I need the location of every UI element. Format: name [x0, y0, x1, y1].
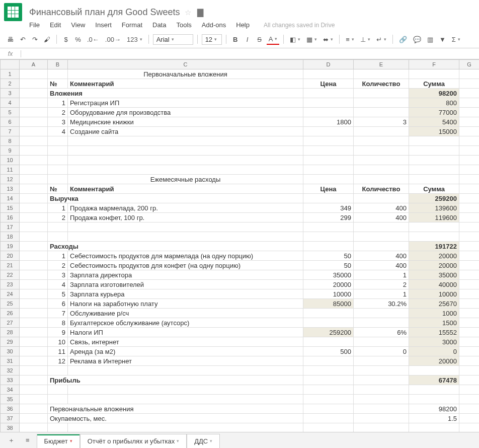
cell[interactable] — [459, 347, 480, 356]
col-header[interactable]: D — [303, 60, 354, 69]
cell[interactable] — [20, 175, 48, 184]
cell[interactable]: Себестоимость продуктов для конфет (на о… — [68, 261, 303, 270]
cell[interactable] — [68, 222, 303, 232]
row-header[interactable]: 21 — [1, 261, 20, 270]
menu-format[interactable]: Format — [122, 21, 142, 29]
cell[interactable]: 0 — [409, 347, 459, 356]
cell[interactable]: Цена — [303, 184, 354, 194]
row-header[interactable]: 6 — [1, 117, 20, 127]
cell[interactable] — [68, 146, 303, 156]
row-header[interactable]: 23 — [1, 280, 20, 289]
cell[interactable] — [409, 232, 459, 242]
cell[interactable]: Зарплата изготовителей — [68, 280, 303, 289]
functions-icon[interactable]: Σ — [450, 34, 462, 45]
cell[interactable] — [20, 280, 48, 289]
cell[interactable]: 1 — [48, 251, 68, 261]
cell[interactable] — [20, 299, 48, 309]
row-header[interactable]: 34 — [1, 385, 20, 395]
cell[interactable] — [354, 222, 409, 232]
cell[interactable] — [20, 203, 48, 213]
col-header[interactable]: E — [354, 60, 409, 69]
cell[interactable] — [459, 165, 480, 175]
sheet-tab[interactable]: Отчёт о прибылях и убытках▾ — [80, 434, 187, 448]
row-header[interactable]: 24 — [1, 289, 20, 299]
cell[interactable] — [354, 175, 409, 184]
row-header[interactable]: 13 — [1, 184, 20, 194]
cell[interactable] — [459, 175, 480, 184]
cell[interactable]: 35000 — [303, 270, 354, 280]
cell[interactable] — [20, 356, 48, 366]
cell[interactable] — [303, 309, 354, 318]
cell[interactable] — [459, 146, 480, 156]
cell[interactable] — [20, 347, 48, 356]
cell[interactable]: 2 — [48, 261, 68, 270]
cell[interactable] — [48, 385, 68, 395]
cell[interactable] — [409, 175, 459, 184]
cell[interactable]: № — [48, 79, 68, 89]
cell[interactable] — [68, 395, 303, 404]
cell[interactable] — [409, 69, 459, 79]
cell[interactable] — [459, 79, 480, 89]
cell[interactable]: 20000 — [409, 356, 459, 366]
cell[interactable]: 10000 — [409, 289, 459, 299]
row-header[interactable]: 11 — [1, 165, 20, 175]
cell[interactable] — [459, 385, 480, 395]
row-header[interactable]: 27 — [1, 318, 20, 328]
cell[interactable] — [354, 423, 409, 433]
cell[interactable] — [303, 242, 354, 251]
cell[interactable]: 98200 — [409, 89, 459, 98]
cell[interactable] — [459, 69, 480, 79]
cell[interactable] — [20, 261, 48, 270]
cell[interactable] — [20, 184, 48, 194]
cell[interactable] — [48, 175, 68, 184]
print-icon[interactable]: 🖶 — [5, 34, 16, 45]
cell[interactable] — [459, 156, 480, 165]
cell[interactable] — [48, 165, 68, 175]
cell[interactable]: 2 — [48, 108, 68, 117]
cell[interactable]: Комментарий — [68, 184, 303, 194]
cell[interactable] — [459, 376, 480, 385]
menu-insert[interactable]: Insert — [95, 21, 112, 29]
col-header[interactable]: A — [20, 60, 48, 69]
cell[interactable]: 1 — [48, 203, 68, 213]
sheet-tab[interactable]: ДДС▾ — [187, 434, 220, 448]
cell[interactable] — [459, 232, 480, 242]
cell[interactable] — [459, 299, 480, 309]
cell[interactable] — [20, 232, 48, 242]
cell[interactable]: 3 — [354, 117, 409, 127]
cell[interactable]: Комментарий — [68, 79, 303, 89]
cell[interactable]: Реклама в Интернет — [68, 356, 303, 366]
cell[interactable]: 20000 — [409, 261, 459, 270]
cell[interactable] — [20, 328, 48, 337]
cell[interactable] — [48, 395, 68, 404]
cell[interactable] — [303, 156, 354, 165]
cell[interactable] — [20, 414, 48, 423]
cell[interactable] — [354, 146, 409, 156]
cell[interactable] — [68, 232, 303, 242]
cell[interactable]: 85000 — [303, 299, 354, 309]
cell[interactable] — [20, 98, 48, 108]
cell[interactable] — [20, 309, 48, 318]
row-header[interactable]: 16 — [1, 213, 20, 222]
cell[interactable] — [354, 356, 409, 366]
cell[interactable]: 8 — [48, 318, 68, 328]
cell[interactable] — [409, 165, 459, 175]
cell[interactable]: 5400 — [409, 117, 459, 127]
cell[interactable]: 6 — [48, 299, 68, 309]
cell[interactable] — [459, 108, 480, 117]
cell[interactable] — [20, 337, 48, 347]
cell[interactable] — [409, 136, 459, 146]
row-header[interactable]: 31 — [1, 356, 20, 366]
cell[interactable]: 77000 — [409, 108, 459, 117]
cell[interactable]: 67478 — [409, 376, 459, 385]
cell[interactable]: 35000 — [409, 270, 459, 280]
menu-view[interactable]: View — [71, 21, 85, 29]
wrap-icon[interactable]: ↵ — [374, 34, 388, 45]
row-header[interactable]: 37 — [1, 414, 20, 423]
cell[interactable] — [459, 423, 480, 433]
cell[interactable]: 349 — [303, 203, 354, 213]
cell[interactable]: Себестоимость продуктов для мармелада (н… — [68, 251, 303, 261]
cell[interactable]: Расходы — [48, 242, 303, 251]
cell[interactable] — [20, 213, 48, 222]
row-header[interactable]: 35 — [1, 395, 20, 404]
